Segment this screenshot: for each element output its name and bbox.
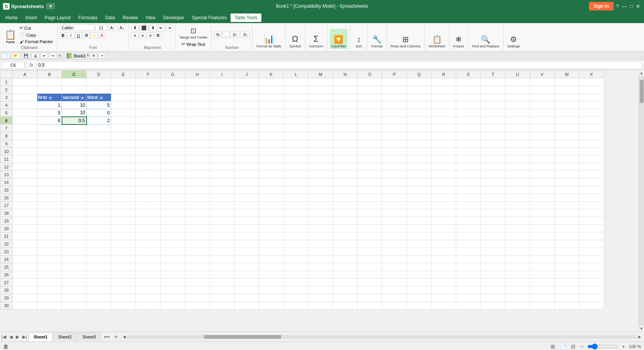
cell-U11[interactable] <box>505 155 530 163</box>
cell-A5[interactable] <box>13 109 37 117</box>
decrease-font-button[interactable]: A↓ <box>118 25 127 31</box>
cell-H10[interactable] <box>185 148 210 155</box>
cell-E7[interactable] <box>111 125 136 132</box>
cell-W18[interactable] <box>555 209 579 217</box>
row-header-9[interactable]: 9 <box>0 140 13 148</box>
cell-L23[interactable] <box>284 248 308 256</box>
cell-L19[interactable] <box>284 217 308 225</box>
cell-G18[interactable] <box>161 209 185 217</box>
cell-Q24[interactable] <box>407 256 432 263</box>
cell-C14[interactable] <box>62 178 87 186</box>
cell-X17[interactable] <box>579 202 604 209</box>
cell-P15[interactable] <box>382 186 407 194</box>
cell-V12[interactable] <box>530 163 555 171</box>
cell-Q8[interactable] <box>407 132 432 140</box>
cell-O3[interactable] <box>358 94 382 101</box>
cell-L11[interactable] <box>284 155 308 163</box>
cell-G22[interactable] <box>161 240 185 248</box>
cell-M15[interactable] <box>308 186 333 194</box>
cell-Q14[interactable] <box>407 178 432 186</box>
cell-T9[interactable] <box>481 140 505 148</box>
cell-D27[interactable] <box>87 279 111 286</box>
cell-K29[interactable] <box>259 294 284 302</box>
cell-W24[interactable] <box>555 256 579 263</box>
cell-J27[interactable] <box>234 279 259 286</box>
cell-C11[interactable] <box>62 155 87 163</box>
cell-A23[interactable] <box>13 248 37 256</box>
format-table-button[interactable]: 📊 Format as Table <box>255 29 283 49</box>
cell-W15[interactable] <box>555 186 579 194</box>
cell-C25[interactable] <box>62 263 87 271</box>
cell-K4[interactable] <box>259 101 284 109</box>
cell-O6[interactable] <box>358 117 382 125</box>
menu-home[interactable]: Home <box>2 13 22 22</box>
sheet-tab-sheet2[interactable]: Sheet2 <box>53 333 77 341</box>
cell-B8[interactable] <box>37 132 62 140</box>
cell-J25[interactable] <box>234 263 259 271</box>
cell-V14[interactable] <box>530 178 555 186</box>
cell-N18[interactable] <box>333 209 358 217</box>
cell-V20[interactable] <box>530 225 555 232</box>
cell-H25[interactable] <box>185 263 210 271</box>
border-button[interactable]: ⊞ <box>83 32 90 39</box>
cell-J8[interactable] <box>234 132 259 140</box>
cell-N20[interactable] <box>333 225 358 232</box>
cell-N7[interactable] <box>333 125 358 132</box>
cell-E11[interactable] <box>111 155 136 163</box>
cell-N24[interactable] <box>333 256 358 263</box>
cell-V24[interactable] <box>530 256 555 263</box>
cell-N8[interactable] <box>333 132 358 140</box>
cell-L8[interactable] <box>284 132 308 140</box>
cell-Q28[interactable] <box>407 286 432 294</box>
cell-Q13[interactable] <box>407 171 432 178</box>
cell-R28[interactable] <box>432 286 456 294</box>
cell-M5[interactable] <box>308 109 333 117</box>
cell-M9[interactable] <box>308 140 333 148</box>
cell-W10[interactable] <box>555 148 579 155</box>
cell-V7[interactable] <box>530 125 555 132</box>
cell-C21[interactable] <box>62 232 87 240</box>
menu-view[interactable]: View <box>142 13 159 22</box>
zoom-in-button[interactable]: + <box>621 343 626 350</box>
cell-R7[interactable] <box>432 125 456 132</box>
cell-U29[interactable] <box>505 294 530 302</box>
align-top-button[interactable]: ⬆ <box>131 25 139 31</box>
cell-T22[interactable] <box>481 240 505 248</box>
cell-R17[interactable] <box>432 202 456 209</box>
cell-N1[interactable] <box>333 78 358 86</box>
cell-Q4[interactable] <box>407 101 432 109</box>
cell-L7[interactable] <box>284 125 308 132</box>
row-header-7[interactable]: 7 <box>0 125 13 132</box>
scroll-track[interactable] <box>639 76 644 326</box>
cell-R9[interactable] <box>432 140 456 148</box>
cell-O30[interactable] <box>358 302 382 310</box>
normal-view-button[interactable]: ⊞ <box>550 343 556 350</box>
cell-U5[interactable] <box>505 109 530 117</box>
cell-M29[interactable] <box>308 294 333 302</box>
cell-B1[interactable] <box>37 78 62 86</box>
cell-W7[interactable] <box>555 125 579 132</box>
undo-button[interactable]: ↩ <box>41 53 48 59</box>
cell-H12[interactable] <box>185 163 210 171</box>
cell-R8[interactable] <box>432 132 456 140</box>
increase-font-button[interactable]: A↑ <box>108 25 117 31</box>
cell-P11[interactable] <box>382 155 407 163</box>
cell-M8[interactable] <box>308 132 333 140</box>
cell-N5[interactable] <box>333 109 358 117</box>
cell-V29[interactable] <box>530 294 555 302</box>
cell-A2[interactable] <box>13 86 37 94</box>
cell-O10[interactable] <box>358 148 382 155</box>
cell-N26[interactable] <box>333 271 358 279</box>
cell-C8[interactable] <box>62 132 87 140</box>
cell-B20[interactable] <box>37 225 62 232</box>
cell-B4[interactable]: 1 <box>37 101 62 109</box>
cell-Q1[interactable] <box>407 78 432 86</box>
cell-H29[interactable] <box>185 294 210 302</box>
cell-P20[interactable] <box>382 225 407 232</box>
cell-P4[interactable] <box>382 101 407 109</box>
cell-L30[interactable] <box>284 302 308 310</box>
cell-H22[interactable] <box>185 240 210 248</box>
cell-T7[interactable] <box>481 125 505 132</box>
minimize-icon[interactable]: — <box>622 3 627 9</box>
cell-U17[interactable] <box>505 202 530 209</box>
